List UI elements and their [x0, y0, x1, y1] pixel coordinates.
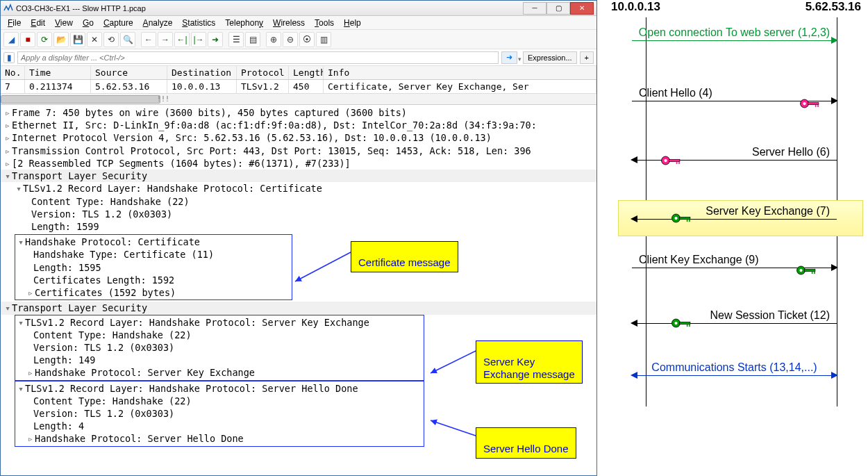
menu-telephony[interactable]: Telephony [221, 17, 267, 29]
toolbar-start-capture[interactable]: ◢ [3, 32, 19, 47]
col-dst[interactable]: Destination [167, 66, 237, 79]
toolbar-next[interactable]: → [158, 32, 173, 47]
titlebar: CO3-CH3c-EX1 --- Slow HTTP 1.pcap ─ ▢ ✕ [1, 1, 596, 16]
toolbar-restart-capture[interactable]: ⟳ [37, 32, 52, 47]
minimize-button[interactable]: ─ [523, 2, 546, 15]
packet-row[interactable]: 7 0.211374 5.62.53.16 10.0.0.13 TLSv1.2 … [1, 80, 596, 93]
detail-handshake-shd[interactable]: Handshake Protocol: Server Hello Done [35, 433, 244, 444]
toolbar-resize-cols[interactable]: ▥ [316, 32, 331, 47]
close-button[interactable]: ✕ [570, 2, 594, 15]
packet-list: No. Time Source Destination Protocol Len… [1, 66, 596, 105]
toolbar-jump-first[interactable]: ←| [174, 32, 190, 47]
toolbar-autoscroll[interactable]: ☰ [228, 32, 244, 47]
key-icon-magenta-1 [799, 97, 822, 110]
detail-reassembled[interactable]: [2 Reassembled TCP Segments (1604 bytes)… [12, 158, 351, 169]
expression-button[interactable]: Expression... [523, 51, 577, 64]
svg-point-19 [799, 269, 802, 272]
toolbar-goto[interactable]: ➜ [208, 32, 223, 47]
packet-list-header: No. Time Source Destination Protocol Len… [1, 66, 596, 80]
col-proto[interactable]: Protocol [237, 66, 289, 79]
detail-version-2[interactable]: Version: TLS 1.2 (0x0303) [33, 342, 174, 353]
display-filter-input[interactable] [17, 51, 499, 64]
toolbar-reload[interactable]: ⟲ [103, 32, 119, 47]
toolbar-zoom-in[interactable]: ⊕ [266, 32, 281, 47]
col-no[interactable]: No. [1, 66, 25, 79]
menu-file[interactable]: File [3, 17, 25, 29]
detail-content-type-3[interactable]: Content Type: Handshake (22) [33, 395, 192, 407]
menu-view[interactable]: View [51, 17, 77, 29]
add-filter-button[interactable]: + [580, 51, 594, 64]
col-src[interactable]: Source [91, 66, 167, 79]
detail-tls2[interactable]: Transport Layer Security [12, 302, 147, 313]
window-title: CO3-CH3c-EX1 --- Slow HTTP 1.pcap [16, 4, 146, 13]
detail-record-ske[interactable]: TLSv1.2 Record Layer: Handshake Protocol… [25, 317, 369, 328]
packet-list-hscroll[interactable]: !!! [1, 93, 596, 104]
callout-ske: Server Key Exchange message [476, 340, 583, 384]
maximize-button[interactable]: ▢ [546, 2, 570, 15]
menu-statistics[interactable]: Statistics [178, 17, 219, 29]
col-info[interactable]: Info [324, 66, 596, 79]
toolbar-stop-capture[interactable]: ■ [20, 32, 35, 47]
filter-bar: ▮ ➜ ▾ Expression... + [1, 49, 596, 66]
seq-endpoint-left: 10.0.0.13 [611, 0, 660, 14]
menu-go[interactable]: Go [78, 17, 98, 29]
svg-point-14 [674, 217, 677, 220]
detail-content-type-2[interactable]: Content Type: Handshake (22) [33, 329, 192, 340]
arrow-shd [427, 420, 479, 450]
menu-wireless[interactable]: Wireless [269, 17, 309, 29]
seq-msg-ske: Server Key Exchange (7) [632, 205, 837, 220]
detail-ip[interactable]: Internet Protocol Version 4, Src: 5.62.5… [12, 132, 492, 143]
detail-handshake-cert[interactable]: Handshake Protocol: Certificate [25, 236, 200, 247]
detail-tls1[interactable]: Transport Layer Security [12, 170, 147, 181]
packet-details[interactable]: ▹Frame 7: 450 bytes on wire (3600 bits),… [1, 105, 596, 475]
toolbar-prev[interactable]: ← [141, 32, 156, 47]
detail-handshake-ske[interactable]: Handshake Protocol: Server Key Exchange [35, 367, 255, 378]
detail-length-1[interactable]: Length: 1599 [31, 221, 99, 232]
menu-edit[interactable]: Edit [26, 17, 49, 29]
detail-length-2[interactable]: Length: 149 [33, 354, 95, 366]
svg-rect-27 [689, 325, 690, 327]
detail-handshake-length[interactable]: Length: 1595 [33, 262, 101, 273]
toolbar-find[interactable]: 🔍 [120, 32, 135, 47]
detail-certs-length[interactable]: Certificates Length: 1592 [33, 274, 174, 286]
detail-handshake-type[interactable]: Handshake Type: Certificate (11) [33, 249, 214, 260]
toolbar-close[interactable]: ✕ [87, 32, 102, 47]
detail-record-cert[interactable]: TLSv1.2 Record Layer: Handshake Protocol… [23, 183, 322, 194]
toolbar-zoom-out[interactable]: ⊖ [283, 32, 298, 47]
sequence-diagram: 10.0.0.13 5.62.53.16 Open connection To … [604, 0, 865, 417]
detail-frame[interactable]: Frame 7: 450 bytes on wire (3600 bits), … [12, 107, 407, 118]
svg-rect-20 [805, 269, 815, 271]
svg-point-24 [674, 322, 677, 325]
menu-capture[interactable]: Capture [99, 17, 137, 29]
filter-apply-arrow[interactable]: ➜ [501, 51, 517, 64]
svg-rect-21 [812, 272, 813, 274]
toolbar-zoom-reset[interactable]: ⦿ [299, 32, 315, 47]
detail-version-3[interactable]: Version: TLS 1.2 (0x0303) [33, 408, 174, 419]
toolbar-jump-last[interactable]: |→ [191, 32, 206, 47]
key-icon-green-2 [795, 264, 819, 277]
detail-version-1[interactable]: Version: TLS 1.2 (0x0303) [31, 208, 172, 220]
col-time[interactable]: Time [25, 66, 91, 79]
seq-endpoint-right: 5.62.53.16 [806, 0, 861, 14]
menu-tools[interactable]: Tools [310, 17, 338, 29]
menu-help[interactable]: Help [340, 17, 365, 29]
toolbar-open[interactable]: 📂 [53, 32, 69, 47]
detail-ethernet[interactable]: Ethernet II, Src: D-LinkIn_9f:0a:d8 (ac:… [12, 120, 537, 131]
key-icon-magenta-2 [660, 154, 683, 167]
key-icon-green-3 [670, 317, 694, 329]
svg-line-2 [431, 420, 476, 436]
bookmark-icon[interactable]: ▮ [3, 52, 15, 63]
col-len[interactable]: Length [289, 66, 324, 79]
toolbar-save[interactable]: 💾 [70, 32, 85, 47]
toolbar: ◢ ■ ⟳ 📂 💾 ✕ ⟲ 🔍 ← → ←| |→ ➜ ☰ ▤ ⊕ ⊖ ⦿ ▥ [1, 30, 596, 49]
detail-certs[interactable]: Certificates (1592 bytes) [35, 287, 176, 298]
detail-tcp[interactable]: Transmission Control Protocol, Src Port:… [12, 145, 531, 156]
detail-length-3[interactable]: Length: 4 [33, 420, 84, 432]
toolbar-colorize[interactable]: ▤ [245, 32, 260, 47]
detail-content-type-1[interactable]: Content Type: Handshake (22) [31, 196, 190, 207]
svg-rect-10 [669, 159, 680, 161]
svg-rect-15 [680, 217, 690, 219]
menu-analyze[interactable]: Analyze [139, 17, 177, 29]
detail-record-shd[interactable]: TLSv1.2 Record Layer: Handshake Protocol… [25, 383, 358, 394]
seq-msg-nst: New Session Ticket (12) [632, 309, 837, 325]
